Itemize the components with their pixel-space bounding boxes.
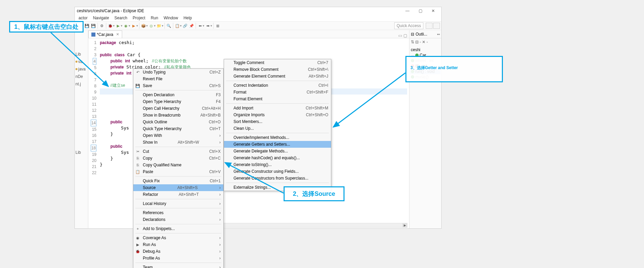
- minimize-button[interactable]: —: [401, 7, 414, 14]
- menu-item-add-to-snippets-[interactable]: +Add to Snippets...: [133, 225, 223, 232]
- menu-item-quick-outline[interactable]: Quick OutlineCtrl+O: [133, 119, 223, 125]
- menu-item-generate-hashcode-and-equals-[interactable]: Generate hashCode() and equals()...: [224, 154, 331, 161]
- pin-icon[interactable]: 📌: [188, 23, 195, 29]
- menu-item-copy-qualified-name[interactable]: ⎘Copy Qualified Name: [133, 162, 223, 168]
- menu-item-generate-delegate-methods-[interactable]: Generate Delegate Methods...: [224, 148, 331, 154]
- menu-item-show-in[interactable]: Show InAlt+Shift+W›: [133, 139, 223, 146]
- toolbar: 📄▾ 💾 💾 ⚙ 🐞▾ ▶▾ ◉▾ ▶▾ 📦▾ ◎▾ 📁▾ 🔍 📋▾ 🔗 📌 ⬅…: [75, 21, 441, 30]
- menu-item-format[interactable]: FormatCtrl+Shift+F: [224, 89, 331, 96]
- saveall-icon[interactable]: 💾: [90, 23, 96, 29]
- menu-navigate[interactable]: Navigate: [91, 15, 111, 21]
- menu-item-coverage-as[interactable]: ◉Coverage As›: [133, 234, 223, 241]
- menu-item-references[interactable]: References›: [133, 209, 223, 216]
- menu-item-quick-fix[interactable]: Quick FixCtrl+1: [133, 178, 223, 184]
- menu-item-correct-indentation[interactable]: Correct IndentationCtrl+I: [224, 82, 331, 89]
- menu-item-save[interactable]: 💾SaveCtrl+S: [133, 82, 223, 89]
- left-item[interactable]: nt.j: [75, 80, 88, 88]
- back-icon[interactable]: ⬅: [197, 23, 203, 29]
- debug-icon[interactable]: 🐞: [107, 23, 113, 29]
- menu-item-override-implement-methods-[interactable]: Override/Implement Methods...: [224, 134, 331, 141]
- run-icon[interactable]: ▶: [115, 23, 121, 29]
- menu-item-open-call-hierarchy[interactable]: Open Call HierarchyCtrl+Alt+H: [133, 105, 223, 112]
- menu-help[interactable]: Help: [181, 15, 194, 21]
- maximize-button[interactable]: ▢: [414, 7, 426, 14]
- package-explorer: Lib va java nDe nt.j Lib: [75, 30, 88, 228]
- menu-search[interactable]: Search: [112, 15, 130, 21]
- menu-item-sort-members-[interactable]: Sort Members...: [224, 118, 331, 125]
- menu-item-remove-block-comment[interactable]: Remove Block CommentCtrl+Shift+\: [224, 66, 331, 73]
- menu-item-open-declaration[interactable]: Open DeclarationF3: [133, 91, 223, 98]
- task-icon[interactable]: 📋: [174, 23, 180, 29]
- menu-item-source[interactable]: SourceAlt+Shift+S›: [133, 184, 223, 191]
- close-button[interactable]: ✕: [427, 7, 439, 14]
- perspective-icon[interactable]: ⊞: [215, 23, 221, 29]
- tab-close-icon[interactable]: ✕: [116, 32, 119, 37]
- quick-access[interactable]: Quick Access: [394, 22, 423, 29]
- sort-icon[interactable]: ⇅: [411, 40, 414, 44]
- outline-tab[interactable]: ⊟ Outli... ▫▫: [409, 30, 441, 38]
- menu-item-clean-up-[interactable]: Clean Up...: [224, 125, 331, 132]
- menu-window[interactable]: Window: [161, 15, 180, 21]
- menu-item-organize-imports[interactable]: Organize ImportsCtrl+Shift+O: [224, 111, 331, 118]
- menu-item-toggle-comment[interactable]: Toggle CommentCtrl+7: [224, 59, 331, 66]
- menu-item-revert-file[interactable]: Revert File: [133, 76, 223, 82]
- search-icon[interactable]: 🔍: [166, 23, 172, 29]
- menu-item-team[interactable]: Team›: [133, 264, 223, 268]
- menu-item-paste[interactable]: 📋PasteCtrl+V: [133, 168, 223, 175]
- menu-refactor[interactable]: actor: [76, 15, 90, 21]
- menu-item-generate-element-comment[interactable]: Generate Element CommentAlt+Shift+J: [224, 73, 331, 80]
- editor-tab[interactable]: *Car.java ✕: [88, 30, 122, 38]
- save-icon[interactable]: 💾: [84, 23, 90, 29]
- ext-tools-icon[interactable]: ▶: [131, 23, 137, 29]
- menu-item-copy[interactable]: ⎘CopyCtrl+C: [133, 155, 223, 162]
- menu-item-run-as[interactable]: ▶Run As›: [133, 241, 223, 248]
- java-file-icon: [91, 33, 95, 37]
- link-icon[interactable]: 🔗: [182, 23, 188, 29]
- annotation-2: 2、选择Source: [284, 186, 345, 201]
- maximize-view-icon[interactable]: ▢: [403, 33, 407, 38]
- hide-nonpublic-icon[interactable]: ◦: [426, 40, 428, 44]
- java-perspective-button[interactable]: [433, 23, 440, 29]
- coverage-icon[interactable]: ◉: [123, 23, 129, 29]
- new-pkg-icon[interactable]: 📦: [140, 23, 147, 29]
- menu-project[interactable]: Project: [130, 15, 148, 21]
- outline-icon: ⊟: [411, 32, 414, 37]
- menu-item-cut[interactable]: ✂CutCtrl+X: [133, 148, 223, 155]
- menu-item-quick-type-hierarchy[interactable]: Quick Type HierarchyCtrl+T: [133, 125, 223, 132]
- hide-fields-icon[interactable]: ◦: [420, 40, 421, 44]
- new-folder-icon[interactable]: 📁: [156, 23, 162, 29]
- menubar: actor Navigate Search Project Run Window…: [75, 15, 441, 21]
- titlebar: ceshi/src/ceshi/Car.java - Eclipse IDE —…: [75, 7, 441, 15]
- menu-item-add-import[interactable]: Add ImportCtrl+Shift+M: [224, 105, 331, 111]
- menu-item-local-history[interactable]: Local History›: [133, 200, 223, 207]
- menu-item-open-with[interactable]: Open With›: [133, 132, 223, 139]
- fwd-icon[interactable]: ➡: [205, 23, 211, 29]
- menu-item-open-type-hierarchy[interactable]: Open Type HierarchyF4: [133, 98, 223, 105]
- menu-item-declarations[interactable]: Declarations›: [133, 216, 223, 223]
- menu-run[interactable]: Run: [148, 15, 160, 21]
- menu-item-generate-constructor-using-fields-[interactable]: Generate Constructor using Fields...: [224, 168, 331, 175]
- menu-item-profile-as[interactable]: Profile As›: [133, 255, 223, 262]
- menu-item-generate-constructors-from-superclass-[interactable]: Generate Constructors from Superclass...: [224, 175, 331, 182]
- minimize-view-icon[interactable]: ▭: [398, 33, 402, 38]
- left-item[interactable]: java: [75, 65, 88, 73]
- filter-icon[interactable]: ⊟: [415, 40, 419, 44]
- left-item[interactable]: Lib: [75, 149, 88, 156]
- menu-item-show-in-breadcrumb[interactable]: Show in BreadcrumbAlt+Shift+B: [133, 112, 223, 119]
- new-class-icon[interactable]: ◎: [148, 23, 154, 29]
- menu-item-generate-tostring-[interactable]: Generate toString()...: [224, 161, 331, 168]
- menu-item-generate-getters-and-setters-[interactable]: Generate Getters and Setters...: [224, 141, 331, 148]
- menu-item-refactor[interactable]: RefactorAlt+Shift+T›: [133, 191, 223, 198]
- perspective-button[interactable]: [426, 23, 432, 29]
- menu-item-debug-as[interactable]: 🐞Debug As›: [133, 248, 223, 255]
- hide-static-icon[interactable]: ✕: [422, 40, 425, 44]
- outline-item[interactable]: ceshi: [410, 47, 441, 53]
- menu-item-undo-typing[interactable]: ↶Undo TypingCtrl+Z: [133, 69, 223, 76]
- view-menu-icon[interactable]: ▫▫: [437, 32, 440, 37]
- left-item[interactable]: Lib: [75, 50, 88, 58]
- tool-icon[interactable]: ⚙: [99, 23, 105, 29]
- scroll-right-icon[interactable]: ▶: [402, 223, 407, 227]
- menu-item-format-element[interactable]: Format Element: [224, 96, 331, 102]
- left-item[interactable]: nDe: [75, 73, 88, 80]
- left-item[interactable]: va: [75, 58, 88, 65]
